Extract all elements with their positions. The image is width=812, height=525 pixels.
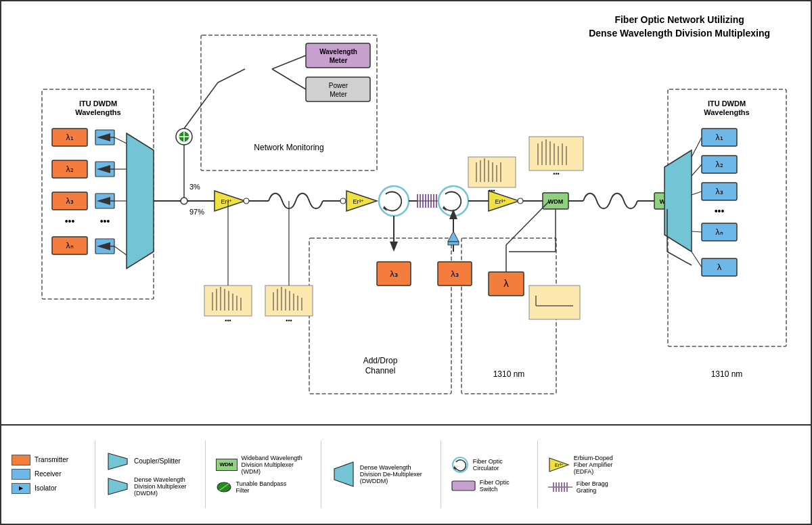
svg-rect-109 — [448, 242, 459, 245]
svg-marker-174 — [108, 453, 127, 470]
svg-text:λ: λ — [717, 262, 722, 272]
svg-point-42 — [181, 198, 187, 204]
svg-line-40 — [114, 246, 127, 255]
svg-marker-110 — [448, 231, 459, 242]
svg-text:•••: ••• — [65, 216, 75, 227]
svg-line-140 — [692, 231, 702, 232]
legend-dwddm: Dense WavelengthDivision De-Multiplexer(… — [332, 461, 422, 488]
svg-text:•••: ••• — [553, 170, 559, 177]
svg-line-137 — [692, 137, 702, 157]
legend-wdm: WDM Wideband WavelengthDivision Multiple… — [216, 455, 302, 475]
diagram-svg: ITU DWDM Wavelengths Network Monitoring … — [1, 1, 812, 424]
svg-text:λ₃: λ₃ — [66, 196, 74, 206]
legend-receiver: Receiver — [12, 469, 72, 480]
svg-rect-74 — [265, 286, 313, 316]
svg-rect-181 — [452, 481, 475, 490]
svg-rect-64 — [204, 286, 252, 316]
svg-line-173 — [667, 252, 692, 265]
svg-point-88 — [340, 198, 346, 204]
svg-text:λ₂: λ₂ — [66, 164, 74, 174]
svg-text:Er³⁺: Er³⁺ — [495, 198, 507, 205]
svg-line-37 — [114, 137, 127, 143]
svg-text:Wavelength: Wavelength — [319, 48, 357, 55]
legend-bragg: Fiber BraggGrating — [548, 480, 629, 494]
svg-rect-146 — [468, 157, 516, 187]
svg-line-143 — [692, 252, 702, 267]
svg-text:λₙ: λₙ — [716, 227, 723, 237]
svg-text:WDM: WDM — [548, 198, 564, 205]
svg-line-138 — [692, 164, 702, 176]
svg-text:λ₃: λ₃ — [451, 269, 459, 279]
svg-line-139 — [692, 191, 702, 195]
svg-text:•••: ••• — [286, 317, 292, 324]
svg-line-52 — [218, 69, 245, 83]
legend-area: Transmitter Receiver ▶ Isolator Coupler/… — [1, 424, 812, 522]
svg-text:Wavelengths: Wavelengths — [704, 108, 749, 116]
svg-marker-175 — [108, 478, 127, 495]
svg-text:Er³⁺: Er³⁺ — [555, 463, 564, 467]
svg-text:Wavelengths: Wavelengths — [75, 108, 120, 116]
svg-text:Channel: Channel — [365, 366, 396, 375]
svg-text:ITU DWDM: ITU DWDM — [79, 99, 117, 108]
svg-marker-178 — [334, 462, 353, 486]
svg-text:Power: Power — [329, 82, 348, 89]
svg-text:λ: λ — [503, 277, 509, 289]
legend-circulator: Fiber OpticCirculator — [451, 456, 519, 474]
svg-marker-106 — [390, 242, 398, 252]
svg-text:3%: 3% — [189, 183, 200, 191]
svg-text:λ₃: λ₃ — [716, 187, 723, 196]
svg-point-63 — [244, 198, 249, 204]
svg-text:ITU DWDM: ITU DWDM — [708, 99, 746, 108]
svg-text:•••: ••• — [489, 187, 495, 194]
svg-line-53 — [272, 55, 306, 69]
svg-text:λₙ: λₙ — [66, 241, 74, 250]
svg-marker-36 — [127, 133, 154, 269]
svg-text:1310 nm: 1310 nm — [711, 369, 743, 379]
legend-isolator: ▶ Isolator — [12, 483, 72, 494]
svg-point-118 — [518, 198, 523, 204]
svg-text:λ₂: λ₂ — [716, 160, 723, 169]
svg-text:λ₁: λ₁ — [716, 133, 723, 142]
svg-text:Er³⁺: Er³⁺ — [221, 198, 233, 205]
svg-rect-165 — [529, 286, 580, 319]
svg-text:Er³⁺: Er³⁺ — [353, 198, 365, 205]
svg-text:Meter: Meter — [330, 91, 347, 98]
svg-text:•••: ••• — [100, 216, 110, 227]
legend-filter: Tunable BandpassFilter — [216, 480, 302, 494]
svg-text:Add/Drop: Add/Drop — [363, 356, 398, 365]
svg-text:λ₁: λ₁ — [66, 133, 74, 142]
svg-text:•••: ••• — [715, 206, 725, 216]
main-container: Fiber Optic Network Utilizing Dense Wave… — [0, 0, 812, 525]
svg-rect-155 — [529, 137, 583, 170]
svg-line-54 — [272, 69, 306, 89]
svg-text:Meter: Meter — [330, 57, 348, 64]
svg-text:•••: ••• — [225, 317, 231, 324]
legend-switch: Fiber OpticSwitch — [451, 479, 519, 493]
svg-text:97%: 97% — [189, 208, 204, 216]
legend-transmitter: Transmitter — [12, 455, 72, 465]
legend-dwdm: Dense WavelengthDivision Multiplexer(DWD… — [106, 476, 187, 497]
svg-text:λ₃: λ₃ — [390, 269, 398, 279]
legend-edfa: Er³⁺ Erbium-DopedFiber Amplifier(EDFA) — [548, 455, 629, 475]
svg-marker-127 — [664, 150, 692, 252]
legend-coupler: Coupler/Splitter — [106, 452, 187, 471]
svg-point-91 — [379, 186, 409, 216]
svg-text:Network Monitoring: Network Monitoring — [254, 143, 323, 152]
svg-text:1310 nm: 1310 nm — [493, 369, 525, 379]
